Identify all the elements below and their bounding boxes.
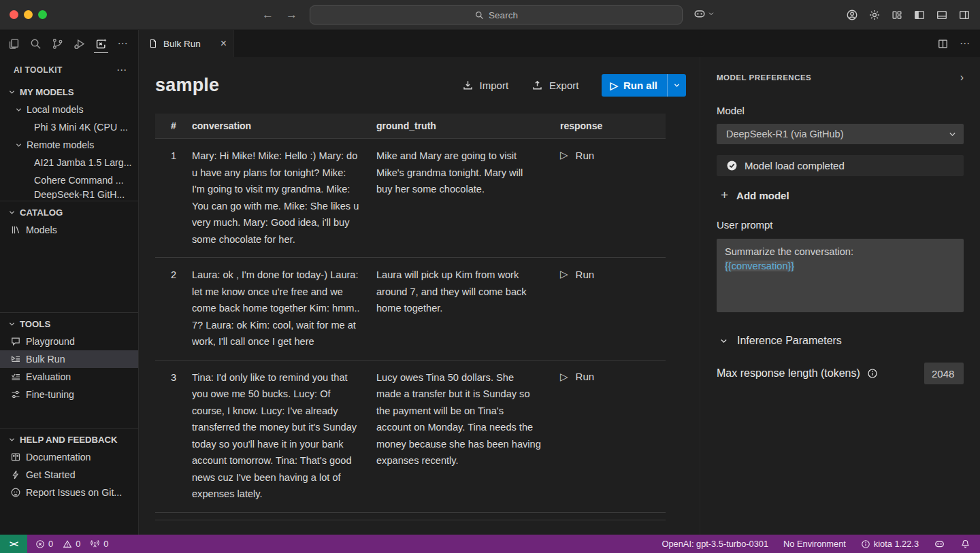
add-model-button[interactable]: + Add model — [717, 188, 964, 203]
prompt-template-variable: {{conversation}} — [725, 261, 794, 271]
sidebar-item-playground[interactable]: Playground — [0, 333, 138, 350]
close-tab-icon[interactable]: × — [220, 37, 227, 50]
library-icon — [10, 224, 22, 235]
editor-body: sample Import — [139, 57, 980, 535]
split-editor-icon[interactable] — [937, 38, 949, 50]
user-prompt-label: User prompt — [717, 219, 964, 231]
run-all-dropdown-button[interactable] — [667, 74, 686, 97]
chevron-down-icon — [15, 141, 22, 149]
model-select[interactable]: DeepSeek-R1 (via GitHub) — [717, 124, 964, 144]
ports-indicator[interactable]: 0 — [90, 539, 108, 549]
file-icon — [148, 39, 158, 48]
notifications-bell-icon[interactable] — [960, 539, 970, 549]
remote-icon: >< — [10, 539, 18, 549]
model-status-item[interactable]: OpenAI: gpt-3.5-turbo-0301 — [662, 539, 769, 549]
kiota-status-item[interactable]: kiota 1.22.3 — [861, 539, 919, 549]
export-button[interactable]: Export — [532, 80, 578, 91]
activity-bar: ⋯ — [0, 30, 138, 57]
global-search-input[interactable]: Search — [310, 5, 683, 24]
export-icon — [532, 80, 543, 91]
plus-icon: + — [721, 188, 728, 203]
minimize-window-button[interactable] — [24, 10, 33, 19]
sidebar-item-ai21-jamba[interactable]: AI21 Jamba 1.5 Larg... — [0, 154, 138, 171]
checklist-icon — [10, 371, 22, 382]
github-icon — [10, 487, 22, 498]
sidebar-item-fine-tuning[interactable]: Fine-tuning — [0, 386, 138, 403]
play-icon: ▷ — [560, 371, 568, 383]
sidebar-section-catalog[interactable]: CATALOG — [0, 203, 138, 221]
run-all-button[interactable]: ▷ Run all — [602, 74, 667, 97]
sidebar-item-documentation[interactable]: Documentation — [0, 448, 138, 466]
copilot-menu[interactable] — [693, 7, 715, 20]
sidebar-item-get-started[interactable]: Get Started — [0, 466, 138, 484]
sidebar-item-report-issues[interactable]: Report Issues on Git... — [0, 484, 138, 501]
copilot-status-icon[interactable] — [934, 538, 945, 550]
explorer-icon[interactable] — [5, 33, 22, 54]
panel-more-actions-icon[interactable]: ⋯ — [116, 64, 127, 76]
page-title: sample — [155, 75, 219, 96]
bulk-run-document: sample Import — [139, 57, 700, 535]
info-icon — [861, 539, 870, 549]
remote-indicator[interactable]: >< — [0, 535, 27, 553]
sidebar-item-cohere-command[interactable]: Cohere Command ... — [0, 171, 138, 189]
max-tokens-row: Max response length (tokens) 2048 — [717, 363, 964, 384]
chevron-down-icon — [708, 10, 715, 17]
customize-layout-icon[interactable] — [891, 9, 903, 21]
window-controls — [10, 10, 47, 19]
sidebar-item-remote-models[interactable]: Remote models — [0, 136, 138, 154]
search-view-icon[interactable] — [27, 33, 44, 54]
sidebar-section-tools[interactable]: TOOLS — [0, 315, 138, 333]
toggle-primary-sidebar-icon[interactable] — [913, 9, 926, 21]
table-header-row: # conversation ground_truth response — [155, 114, 666, 138]
sidebar-item-evaluation[interactable]: Evaluation — [0, 368, 138, 386]
status-text: Model load completed — [745, 160, 845, 171]
run-debug-icon[interactable] — [71, 33, 88, 54]
maximize-window-button[interactable] — [38, 10, 47, 19]
sidebar-item-phi3-mini[interactable]: Phi 3 Mini 4K (CPU ... — [0, 118, 138, 136]
conversation-cell: Tina: I'd only like to remind you that y… — [192, 361, 376, 512]
sidebar-section-my-models[interactable]: MY MODELS — [0, 83, 138, 101]
forward-icon[interactable]: → — [286, 8, 297, 22]
run-row-button[interactable]: ▷ Run — [560, 139, 666, 161]
ai-toolkit-view-icon[interactable] — [93, 33, 110, 54]
inference-parameters-toggle[interactable]: Inference Parameters — [717, 335, 964, 347]
settings-gear-icon[interactable] — [868, 9, 881, 21]
lightning-icon — [10, 469, 22, 480]
source-control-icon[interactable] — [49, 33, 66, 54]
toggle-panel-icon[interactable] — [936, 9, 948, 21]
ports-count: 0 — [103, 539, 108, 549]
column-header-ground-truth: ground_truth — [376, 120, 560, 131]
close-window-button[interactable] — [10, 10, 18, 19]
tab-bulk-run[interactable]: Bulk Run × — [139, 30, 234, 57]
sidebar: ⋯ AI TOOLKIT ⋯ MY MODELS Local models Ph… — [0, 30, 139, 535]
sidebar-item-local-models[interactable]: Local models — [0, 101, 138, 118]
editor-more-actions-icon[interactable]: ⋯ — [960, 37, 970, 50]
prompt-text: Summarize the conversation: — [725, 246, 853, 257]
info-icon[interactable] — [867, 368, 878, 379]
environment-status-item[interactable]: No Environment — [783, 539, 846, 549]
collapse-panel-icon[interactable]: › — [960, 71, 964, 84]
tab-strip: Bulk Run × ⋯ — [139, 30, 980, 57]
import-button[interactable]: Import — [462, 80, 509, 91]
divider — [0, 428, 138, 429]
editor-area: Bulk Run × ⋯ sample — [139, 30, 980, 535]
run-row-button[interactable]: ▷ Run — [560, 258, 666, 280]
column-header-conversation: conversation — [192, 120, 376, 131]
copilot-icon — [693, 7, 706, 20]
account-icon[interactable] — [846, 9, 858, 21]
sidebar-section-help[interactable]: HELP AND FEEDBACK — [0, 431, 138, 448]
sidebar-item-deepseek-r1[interactable]: DeepSeek-R1 GitH... — [0, 189, 138, 199]
back-icon[interactable]: ← — [262, 8, 274, 22]
sidebar-item-bulk-run[interactable]: Bulk Run — [0, 350, 138, 368]
sidebar-tree: MY MODELS Local models Phi 3 Mini 4K (CP… — [0, 83, 138, 535]
titlebar-actions — [846, 9, 970, 21]
table-row: 2 Laura: ok , I'm done for today-) Laura… — [155, 257, 666, 360]
user-prompt-input[interactable]: Summarize the conversation: {{conversati… — [717, 239, 964, 312]
sidebar-item-models-catalog[interactable]: Models — [0, 221, 138, 239]
max-tokens-input[interactable]: 2048 — [924, 363, 964, 384]
more-views-icon[interactable]: ⋯ — [114, 33, 131, 54]
chevron-down-icon — [948, 130, 957, 139]
toggle-secondary-sidebar-icon[interactable] — [958, 9, 970, 21]
problems-indicator[interactable]: 0 0 — [35, 539, 80, 549]
run-row-button[interactable]: ▷ Run — [560, 361, 666, 383]
